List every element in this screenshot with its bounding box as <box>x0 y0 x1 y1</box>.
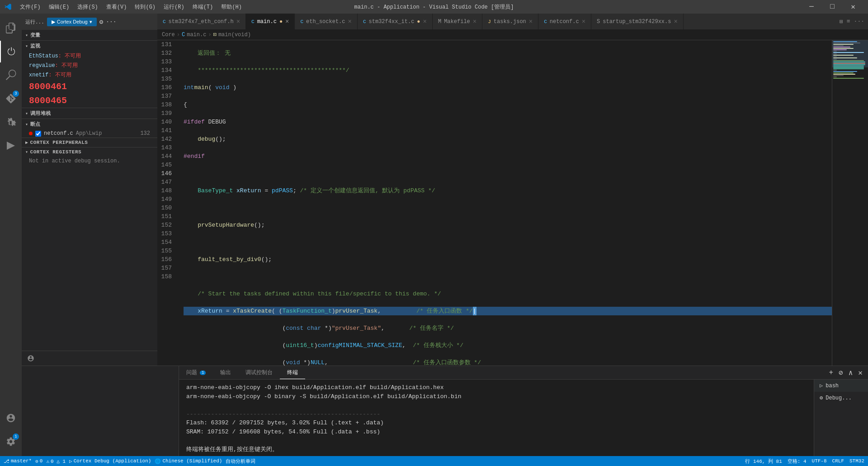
panel-tab-debug-console[interactable]: 调试控制台 <box>238 366 280 379</box>
panel-tab-output[interactable]: 输出 <box>213 366 238 379</box>
status-language[interactable]: 🌐 Chinese (Simplified) <box>155 458 222 464</box>
debug-gear-icon[interactable]: ⚙ <box>99 18 103 26</box>
not-active-session: Not in active debug session. <box>22 157 157 166</box>
menu-file[interactable]: 文件(F) <box>16 2 44 12</box>
tab-close-1[interactable]: × <box>285 18 289 25</box>
debug-run-button[interactable]: ▶ Cortex Debug ▾ <box>47 18 97 26</box>
breakpoints-header[interactable]: ▾ 断点 <box>22 119 157 129</box>
code-line-139: BaseType_t xReturn = pdPASS; /* 定义一个创建信息… <box>184 186 832 195</box>
tab-stm32f4xx-it[interactable]: C stm32f4xx_it.c ● × <box>358 14 433 29</box>
tab-icon-0: C <box>163 19 166 24</box>
more-tabs-icon[interactable]: ··· <box>854 18 864 25</box>
maximize-button[interactable]: □ <box>822 0 843 14</box>
bash-label: bash <box>826 383 839 389</box>
debug-more-icon[interactable]: ··· <box>106 19 116 25</box>
tabs-bar: C stm32f4x7_eth_conf.h × C main.c ● × C … <box>157 14 868 29</box>
minimize-button[interactable]: ─ <box>801 0 822 14</box>
tab-tasks[interactable]: J tasks.json × <box>482 14 538 29</box>
status-encoding[interactable]: UTF-8 <box>812 458 827 464</box>
activity-explorer[interactable] <box>0 17 22 39</box>
code-content[interactable]: 返回值： 无 *********************************… <box>180 40 832 366</box>
callstack-arrow: ▾ <box>25 111 28 116</box>
menu-select[interactable]: 选择(S) <box>74 2 102 12</box>
tab-main-c[interactable]: C main.c ● × <box>246 14 295 29</box>
status-indentation[interactable]: 空格: 4 <box>788 458 807 465</box>
title-bar: 文件(F) 编辑(E) 选择(S) 查看(V) 转到(G) 运行(R) 终端(T… <box>0 0 868 14</box>
tab-makefile[interactable]: M Makefile × <box>433 14 482 29</box>
menu-terminal[interactable]: 终端(T) <box>189 2 217 12</box>
ln-154: 154 <box>157 238 175 247</box>
ln-158: 158 <box>157 272 175 281</box>
menu-goto[interactable]: 转到(G) <box>131 2 159 12</box>
activity-settings[interactable]: 1 <box>0 431 22 452</box>
activity-debug[interactable] <box>0 41 22 62</box>
right-panel-bash[interactable]: ▷ bash <box>814 380 868 392</box>
tab-startup[interactable]: S startup_stm32f429xx.s × <box>591 14 684 29</box>
right-panel-debug[interactable]: ⚙ Debug... <box>814 392 868 404</box>
menu-help[interactable]: 帮助(H) <box>217 2 245 12</box>
git-badge: 3 <box>13 90 19 97</box>
callstack-label: 调用堆栈 <box>30 110 51 117</box>
tab-modified-1: ● <box>279 19 283 25</box>
tab-close-6[interactable]: × <box>582 18 585 25</box>
activity-run[interactable] <box>0 135 22 157</box>
tab-close-3[interactable]: × <box>423 18 427 25</box>
close-panel-icon[interactable]: ✕ <box>856 367 864 378</box>
new-terminal-icon[interactable]: + <box>827 368 835 378</box>
code-editor[interactable]: 131 132 133 134 135 136 137 138 139 140 … <box>157 40 868 366</box>
close-button[interactable]: ✕ <box>843 0 863 14</box>
activity-account[interactable] <box>0 407 22 429</box>
status-sync[interactable]: ⊙ 0 <box>35 458 42 464</box>
code-line-133: int main( void ) <box>184 83 832 92</box>
debug-terminal-icon: ⚙ <box>820 395 823 401</box>
sidebar-inner: ▾ 变量 ▾ 监视 EthStatus: 不可用 regvalue <box>22 30 157 351</box>
user-section <box>22 351 157 366</box>
tab-eth-socket[interactable]: C eth_socket.c × <box>295 14 357 29</box>
breakpoint-checkbox[interactable] <box>35 131 41 137</box>
breadcrumb-core[interactable]: Core <box>162 32 175 38</box>
terminal-more-icon[interactable]: ∧ <box>847 367 855 378</box>
panel-tabs: 问题 1 输出 调试控制台 终端 + ⊘ ∧ <box>179 366 868 380</box>
tab-close-4[interactable]: × <box>473 18 476 25</box>
auto-analysis-label: 自动分析单词 <box>226 458 255 465</box>
cortex-registers-header[interactable]: ▾ CORTEX REGISTERS <box>22 147 157 157</box>
menu-edit[interactable]: 编辑(E) <box>45 2 73 12</box>
breadcrumb-file-icon: C <box>182 32 185 38</box>
tab-label-6: netconf.c <box>550 19 579 25</box>
panel-tab-issues-label: 问题 <box>186 369 197 376</box>
tab-close-0[interactable]: × <box>236 18 240 25</box>
tab-close-2[interactable]: × <box>348 18 352 25</box>
cortex-peripherals-header[interactable]: ▶ CORTEX PERIPHERALS <box>22 138 157 147</box>
breadcrumb-symbol[interactable]: main(void) <box>218 32 251 38</box>
split-terminal-icon[interactable]: ⊘ <box>837 367 845 378</box>
status-language-mode[interactable]: STM32 <box>849 458 864 464</box>
tab-close-7[interactable]: × <box>674 18 677 25</box>
split-editor-icon[interactable]: ⊞ <box>840 18 843 25</box>
status-auto-analysis[interactable]: 自动分析单词 <box>226 458 255 465</box>
terminal-content[interactable]: arm-none-eabi-objcopy -O ihex build/Appl… <box>179 380 814 456</box>
status-warnings[interactable]: ⚠ 0 △ 1 <box>46 458 66 464</box>
collapse-icon[interactable]: ≡ <box>847 18 850 25</box>
tab-netconf[interactable]: C netconf.c × <box>538 14 591 29</box>
breadcrumb-file[interactable]: main.c <box>187 32 206 38</box>
menu-run[interactable]: 运行(R) <box>160 2 188 12</box>
tab-icon-2: C <box>300 19 303 24</box>
callstack-header[interactable]: ▾ 调用堆栈 <box>22 108 157 119</box>
panel-tab-issues[interactable]: 问题 1 <box>179 366 213 379</box>
address-1: 8000461 <box>22 80 157 94</box>
menu-view[interactable]: 查看(V) <box>103 2 131 12</box>
activity-git[interactable]: 3 <box>0 88 22 109</box>
watch-header[interactable]: ▾ 监视 <box>22 41 157 51</box>
activity-extensions[interactable] <box>0 111 22 133</box>
tab-label-5: tasks.json <box>494 19 526 25</box>
status-cursor-position[interactable]: 行 146, 列 81 <box>745 458 782 465</box>
variables-header[interactable]: ▾ 变量 <box>22 30 157 40</box>
activity-search[interactable] <box>0 64 22 86</box>
panel-tab-terminal[interactable]: 终端 <box>280 366 305 379</box>
status-branch[interactable]: ⎇ master* <box>4 458 32 464</box>
status-eol[interactable]: CRLF <box>832 458 844 464</box>
tab-stm32f4x7[interactable]: C stm32f4x7_eth_conf.h × <box>157 14 246 29</box>
status-debug[interactable]: ▷ Cortex Debug (Application) <box>69 458 151 464</box>
debug-terminal-label: Debug... <box>826 395 852 401</box>
tab-close-5[interactable]: × <box>529 18 533 25</box>
